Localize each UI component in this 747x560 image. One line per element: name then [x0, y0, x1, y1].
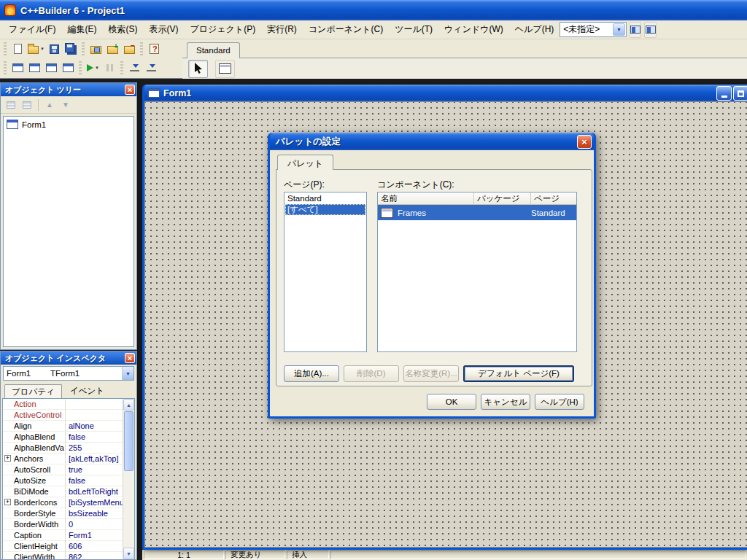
property-value[interactable]: 862: [66, 553, 123, 559]
property-row-clientheight[interactable]: ClientHeight 606: [3, 541, 123, 552]
column-header-package[interactable]: パッケージ: [474, 192, 531, 205]
combo-dropdown-button[interactable]: ▼: [613, 23, 625, 36]
page-item-standard[interactable]: Standard: [285, 193, 365, 204]
property-value[interactable]: alNone: [66, 421, 123, 430]
property-value[interactable]: bsSizeable: [66, 509, 123, 518]
form-titlebar[interactable]: Form1 ×: [144, 85, 747, 101]
scroll-down-button[interactable]: ▼: [123, 548, 134, 559]
frames-component-button[interactable]: [215, 60, 235, 78]
main-titlebar[interactable]: C++Builder 6 - Project1: [0, 0, 747, 20]
toggle-form-unit-button[interactable]: [43, 60, 60, 76]
object-tree-list[interactable]: Form1: [3, 116, 134, 347]
menu-file[interactable]: ファイル(F): [3, 20, 61, 39]
dialog-close-button[interactable]: ×: [577, 135, 592, 149]
tab-properties[interactable]: プロパティ: [4, 384, 62, 398]
tab-palette[interactable]: パレット: [277, 155, 333, 170]
scroll-thumb[interactable]: [124, 411, 133, 471]
page-item-all[interactable]: [すべて]: [285, 204, 365, 215]
cancel-button[interactable]: キャンセル: [481, 394, 530, 410]
toolbar-grip[interactable]: [79, 61, 82, 74]
menu-window[interactable]: ウィンドウ(W): [438, 20, 509, 39]
property-row-clientwidth[interactable]: ClientWidth 862: [3, 552, 123, 559]
property-row-borderstyle[interactable]: BorderStyle bsSizeable: [3, 508, 123, 519]
view-unit-button[interactable]: [9, 60, 26, 76]
close-icon[interactable]: ×: [125, 353, 135, 363]
ok-button[interactable]: OK: [427, 394, 476, 410]
property-row-alphablend[interactable]: AlphaBlend false: [3, 432, 123, 443]
toolbar-grip[interactable]: [4, 42, 7, 55]
view-form-button[interactable]: [26, 60, 43, 76]
property-row-action[interactable]: Action: [3, 399, 123, 410]
property-row-bordericons[interactable]: +BorderIcons [biSystemMenu: [3, 497, 123, 508]
property-row-caption[interactable]: Caption Form1: [3, 530, 123, 541]
menu-search[interactable]: 検索(S): [102, 20, 143, 39]
property-row-autoscroll[interactable]: AutoScroll true: [3, 464, 123, 475]
default-page-button[interactable]: デフォルト ページ(F): [463, 365, 574, 382]
property-row-alphablendvalue[interactable]: AlphaBlendVa 255: [3, 443, 123, 454]
add-button[interactable]: 追加(A)...: [284, 365, 339, 382]
pages-listbox[interactable]: Standard [すべて]: [284, 192, 367, 352]
toolbar-grip[interactable]: [4, 61, 7, 74]
pointer-tool-button[interactable]: [188, 60, 208, 78]
menu-run[interactable]: 実行(R): [261, 20, 303, 39]
inspector-scrollbar[interactable]: ▲ ▼: [123, 399, 134, 559]
property-value[interactable]: [akLeft,akTop]: [66, 454, 123, 463]
property-value[interactable]: 606: [66, 542, 123, 551]
property-value[interactable]: 0: [66, 520, 123, 529]
toolbar-grip[interactable]: [140, 42, 143, 55]
menu-view[interactable]: 表示(V): [143, 20, 184, 39]
step-over-button[interactable]: [143, 60, 160, 76]
trace-into-button[interactable]: [126, 60, 143, 76]
save-all-button[interactable]: [63, 41, 80, 57]
column-header-page[interactable]: ページ: [531, 192, 576, 205]
property-value[interactable]: [biSystemMenu: [66, 498, 123, 507]
dialog-titlebar[interactable]: パレットの設定 ×: [270, 133, 594, 150]
save-desktop-button[interactable]: [630, 22, 642, 38]
open-button[interactable]: ▼: [26, 41, 46, 57]
property-row-align[interactable]: Align alNone: [3, 421, 123, 432]
menu-component[interactable]: コンポーネント(C): [303, 20, 389, 39]
help-button[interactable]: ヘルプ(H): [535, 394, 584, 410]
desktop-layout-combo[interactable]: <未指定> ▼: [560, 22, 627, 37]
property-value[interactable]: 255: [66, 443, 123, 452]
palette-tab-standard[interactable]: Standard: [187, 42, 240, 58]
property-row-borderwidth[interactable]: BorderWidth 0: [3, 519, 123, 530]
menu-project[interactable]: プロジェクト(P): [184, 20, 261, 39]
property-row-activecontrol[interactable]: ActiveControl: [3, 410, 123, 421]
debug-desktop-button[interactable]: [644, 22, 657, 38]
object-inspector-titlebar[interactable]: オブジェクト インスペクタ ×: [1, 351, 136, 365]
menu-edit[interactable]: 編集(E): [61, 20, 102, 39]
new-form-button[interactable]: [60, 60, 77, 76]
components-list[interactable]: 名前 パッケージ ページ Frames Standard: [377, 192, 577, 352]
object-selector-combo[interactable]: Form1 TForm1 ▼: [3, 366, 134, 381]
tab-events[interactable]: イベント: [63, 384, 111, 398]
menu-help[interactable]: ヘルプ(H): [509, 20, 560, 39]
property-value[interactable]: false: [66, 476, 123, 485]
property-value[interactable]: Form1: [66, 531, 123, 540]
maximize-button[interactable]: [733, 86, 747, 101]
component-row-frames[interactable]: Frames Standard: [378, 205, 576, 220]
property-row-bidimode[interactable]: BiDiMode bdLeftToRight: [3, 486, 123, 497]
add-to-project-button[interactable]: [104, 41, 121, 57]
tree-item-form1[interactable]: Form1: [5, 119, 132, 130]
combo-dropdown-button[interactable]: ▼: [122, 367, 133, 380]
toolbar-grip[interactable]: [120, 61, 123, 74]
property-value[interactable]: true: [66, 465, 123, 474]
property-value[interactable]: false: [66, 432, 123, 441]
expand-icon[interactable]: +: [4, 499, 11, 505]
object-treeview-titlebar[interactable]: オブジェクト ツリー ×: [1, 83, 136, 96]
help-button[interactable]: [146, 41, 163, 57]
save-button[interactable]: [46, 41, 63, 57]
column-header-name[interactable]: 名前: [378, 192, 474, 205]
toolbar-grip[interactable]: [82, 42, 85, 55]
menu-tools[interactable]: ツール(T): [389, 20, 438, 39]
close-icon[interactable]: ×: [125, 85, 135, 95]
scroll-up-button[interactable]: ▲: [123, 399, 134, 411]
run-button[interactable]: ▼: [85, 60, 101, 76]
property-row-autosize[interactable]: AutoSize false: [3, 475, 123, 486]
remove-from-project-button[interactable]: [121, 41, 138, 57]
property-row-anchors[interactable]: +Anchors [akLeft,akTop]: [3, 454, 123, 464]
new-button[interactable]: [9, 41, 26, 57]
property-value[interactable]: bdLeftToRight: [66, 487, 123, 496]
expand-icon[interactable]: +: [4, 455, 11, 462]
